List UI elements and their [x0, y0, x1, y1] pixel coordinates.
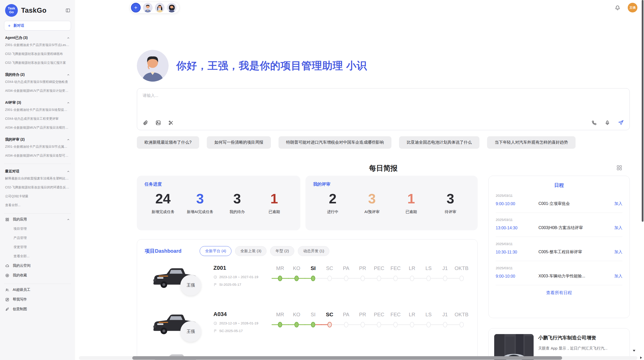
- new-chat-label: 新对话: [13, 23, 24, 28]
- section-title: Agent已办 (3): [5, 36, 28, 40]
- contact-avatar[interactable]: [167, 3, 177, 12]
- sidebar-task-item[interactable]: Z001-全新燃油皮卡产品开发项目SI节点Lesson Learn报告: [4, 41, 71, 50]
- recent-chat-item[interactable]: 公司Q3轻卡销量: [4, 192, 71, 201]
- event-date: 2025/03/11: [496, 194, 622, 198]
- project-dashboard-card: 项目Dashboard 全新平台 (4) 全新上装 (3) 年型 (2) 动总开…: [137, 239, 478, 360]
- filter-chip-model-year[interactable]: 年型 (2): [270, 246, 294, 256]
- event-date: 2025/03/11: [496, 218, 622, 222]
- chat-input-box: [137, 88, 630, 130]
- collapse-sidebar-icon[interactable]: [65, 8, 70, 13]
- chat-input[interactable]: [143, 93, 624, 120]
- stat-my-todo: 3 我的待办: [222, 189, 252, 214]
- sidebar-task-item[interactable]: C02-飞腾新能源轻客改款项目立项汇报方案: [4, 58, 71, 67]
- sidebar-task-item[interactable]: Z001-全新燃油轻卡产品开发项目SI造型提交物评审: [4, 106, 71, 114]
- suggestion-chip[interactable]: 如何写一份清晰的项目周报: [207, 136, 271, 149]
- content: 你好，王强，我是你的项目管理助理 小识: [137, 50, 630, 360]
- project-media: 王强: [145, 310, 213, 349]
- paperclip-icon[interactable]: [143, 120, 148, 126]
- sidebar-task-item[interactable]: A034-全新新能源MUV产品开发项目计划变更表编写: [4, 86, 71, 95]
- scroll-right-arrow-icon[interactable]: [639, 356, 643, 359]
- creative-drawing-label: 创意制图: [13, 307, 27, 311]
- suggestion-chip[interactable]: 特朗普可能对进口汽车增税会对中国车企造成哪些影响: [279, 136, 391, 149]
- stat-review-overdue: 1 已逾期: [396, 189, 427, 214]
- stat-new-done: 24 新增完成任务: [148, 189, 178, 214]
- section-title: 最近对话: [5, 169, 19, 174]
- section-header-my-todo[interactable]: 我的待办 (2): [5, 72, 70, 77]
- schedule-event: 2025/03/11 13:00-14:30 C003|H0B-方案冻结评审 加…: [496, 213, 622, 237]
- join-link[interactable]: 加入: [614, 274, 622, 279]
- sidebar-item-ai-super-staff[interactable]: AI超级员工: [4, 285, 71, 295]
- sidebar-item-cloud-space[interactable]: 我的云空间: [4, 261, 71, 271]
- project-row[interactable]: 王强 A034 2023-12-19 ~ 2026-01-19 SC-2025-…: [145, 310, 470, 349]
- sidebar-item-my-apps[interactable]: 我的应用: [4, 215, 71, 224]
- layout-grid-icon[interactable]: [616, 164, 623, 171]
- phone-icon[interactable]: [591, 120, 597, 126]
- recent-chat-item[interactable]: 解释最新出台的欧盟报废车法规再生塑料比例被调至15%...: [4, 174, 71, 183]
- clock-icon: [213, 275, 217, 279]
- task-progress-card: 任务进度 24 新增完成任务 3 新增AI完成任务 3: [137, 176, 300, 230]
- section-header-my-review[interactable]: 我的评审 (2): [5, 137, 70, 142]
- divider: [4, 284, 71, 284]
- greeting-text: 你好，王强，我是你的项目管理助理 小识: [176, 59, 367, 73]
- sidebar-item-help-me-write[interactable]: 帮我写作: [4, 295, 71, 304]
- recent-chats-view-all[interactable]: 查看全部...: [4, 201, 71, 210]
- app-logo: Task Go: [5, 4, 18, 17]
- project-date-range: 2023-12-19 ~ 2027-01-19: [219, 275, 258, 279]
- sidebar-task-item[interactable]: A034-全新新能源MUV产品开发项目法规符合性评审: [4, 123, 71, 132]
- flag-icon: [213, 283, 217, 287]
- vertical-scrollbar-thumb[interactable]: [642, 0, 643, 222]
- stat-ai-pre-review: 3 AI预评审: [357, 189, 387, 214]
- recent-chat-item[interactable]: C02-飞腾新能源轻客改款项目的闭环通告反馈情况: [4, 183, 71, 192]
- notification-bell-icon[interactable]: [614, 5, 621, 11]
- cloud-icon: [5, 264, 9, 268]
- project-row[interactable]: 王强 Z001 2023-12-19 ~ 2027-01-19 SI-2025-…: [145, 264, 470, 302]
- card-title: 我的评审: [313, 181, 470, 187]
- contact-avatar[interactable]: [155, 3, 165, 12]
- write-icon: [5, 297, 9, 302]
- app-item-product-mgmt[interactable]: 产品管理: [4, 233, 71, 243]
- filter-chip-powertrain[interactable]: 动总开发 (1): [298, 246, 330, 256]
- sidebar-item-favorites[interactable]: 我的收藏: [4, 271, 71, 280]
- sidebar-task-item[interactable]: A034-全新新能源MUV产品开发项目造型可行性评审: [4, 151, 71, 160]
- contact-avatar[interactable]: [143, 3, 153, 12]
- chevron-up-icon: [67, 218, 70, 221]
- sidebar-task-item[interactable]: C0X4-动力总成开发项目工程变更评审: [4, 114, 71, 123]
- filter-chip-new-platform[interactable]: 全新平台 (4): [200, 246, 231, 256]
- apps-view-all[interactable]: 查看全部...: [4, 252, 71, 261]
- suggestion-chip[interactable]: 比亚迪全固态电池计划具体说了什么: [399, 136, 479, 149]
- user-avatar[interactable]: 王强: [628, 3, 637, 12]
- milestone-pa: PA: [338, 264, 354, 302]
- section-header-ai-review[interactable]: AI评审 (3): [5, 100, 70, 105]
- sidebar-task-item[interactable]: C02-飞腾新能源轻客改款项目里程碑画布: [4, 50, 71, 58]
- add-contact-button[interactable]: [131, 3, 141, 12]
- horizontal-scrollbar-thumb[interactable]: [132, 356, 562, 360]
- new-chat-button[interactable]: 新对话: [4, 21, 71, 31]
- scissors-icon[interactable]: [168, 120, 174, 126]
- view-all-schedule-link[interactable]: 查看所有日程: [496, 290, 622, 296]
- app-item-project-mgmt[interactable]: 项目管理: [4, 224, 71, 233]
- milestone-pr: PR: [354, 310, 371, 349]
- milestone-fec: FEC: [387, 264, 404, 302]
- section-header-agent-done[interactable]: Agent已办 (3): [5, 36, 70, 40]
- suggestion-chip[interactable]: 当下年轻人对汽车外观有怎样的喜好趋势: [487, 136, 576, 149]
- join-link[interactable]: 加入: [614, 201, 622, 206]
- filter-chip-new-body[interactable]: 全新上装 (3): [235, 246, 267, 256]
- app-item-change-mgmt[interactable]: 变更管理: [4, 243, 71, 252]
- logo-text-top: Task: [8, 7, 15, 10]
- image-icon[interactable]: [155, 120, 161, 126]
- sidebar-task-item[interactable]: C0X4-动力总成开发项目SI里程碑提交物检查: [4, 78, 71, 86]
- milestone-pec: PEC: [371, 264, 387, 302]
- stat-overdue: 1 已逾期: [259, 189, 289, 214]
- project-media: 王强: [145, 264, 213, 302]
- scroll-down-arrow-icon[interactable]: [632, 349, 636, 352]
- sidebar-task-item[interactable]: Z001-全新燃油轻卡产品开发项目SI节点属性5D文件评审: [4, 142, 71, 151]
- microphone-icon[interactable]: [605, 120, 610, 126]
- section-header-recent-chats[interactable]: 最近对话: [5, 169, 70, 174]
- join-link[interactable]: 加入: [614, 225, 622, 231]
- suggestion-chip[interactable]: 欧洲新规最近颁布了什么?: [137, 136, 199, 149]
- milestone-pa: PA: [338, 310, 354, 349]
- join-link[interactable]: 加入: [614, 249, 622, 255]
- send-icon[interactable]: [618, 120, 624, 126]
- news-card[interactable]: 小鹏飞行汽车制造公司增资 天眼查 App 显示，近日广州汇天飞行汽...: [488, 328, 630, 360]
- sidebar-item-creative-drawing[interactable]: 创意制图: [4, 304, 71, 314]
